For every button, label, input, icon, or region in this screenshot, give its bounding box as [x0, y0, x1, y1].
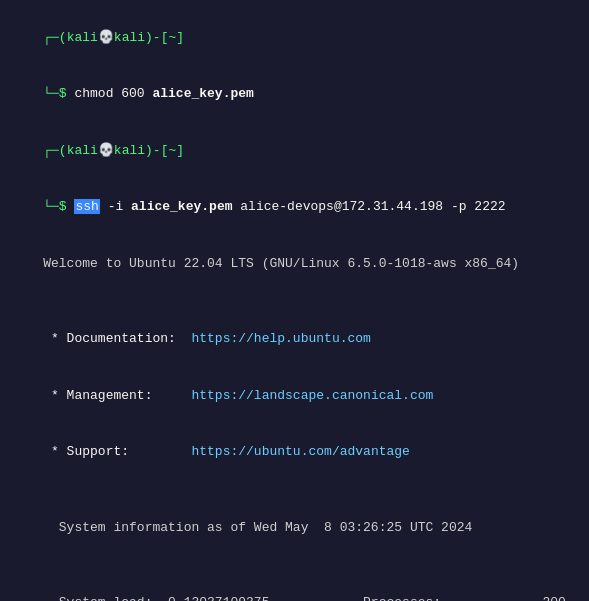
line-sysinfo-header: System information as of Wed May 8 03:26… [12, 500, 577, 557]
star-mgmt: * Management: [43, 388, 191, 403]
prompt-path: -[~] [153, 30, 184, 45]
prompt2-arrow: ┌─ [43, 143, 59, 158]
link-doc: https://help.ubuntu.com [191, 331, 370, 346]
line-doc: * Documentation: https://help.ubuntu.com [12, 312, 577, 369]
cmd-chmod: chmod 600 [74, 86, 152, 101]
prompt2-path: -[~] [153, 143, 184, 158]
link-mgmt: https://landscape.canonical.com [191, 388, 433, 403]
prompt2-dollar: └─$ [43, 199, 74, 214]
prompt-user: (kali💀kali) [59, 30, 153, 45]
prompt2-user: (kali💀kali) [59, 143, 153, 158]
cmd-ssh-keyfile: alice_key.pem [131, 199, 232, 214]
line-ssh-cmd: └─$ ssh -i alice_key.pem alice-devops@17… [12, 180, 577, 237]
cmd-ssh-highlighted: ssh [74, 199, 99, 214]
terminal-window: ┌─(kali💀kali)-[~] └─$ chmod 600 alice_ke… [0, 0, 589, 601]
line-welcome: Welcome to Ubuntu 22.04 LTS (GNU/Linux 6… [12, 236, 577, 293]
link-support: https://ubuntu.com/advantage [191, 444, 409, 459]
line-sysload: System load: 0.13037109375 Processes: 20… [12, 575, 577, 601]
star-support: * Support: [43, 444, 191, 459]
empty-3 [12, 556, 577, 575]
line-ssh-prompt: ┌─(kali💀kali)-[~] [12, 123, 577, 180]
prompt-dollar: └─$ [43, 86, 74, 101]
line-chmod-cmd: └─$ chmod 600 alice_key.pem [12, 67, 577, 124]
cmd-ssh-rest: -i [100, 199, 131, 214]
line-mgmt: * Management: https://landscape.canonica… [12, 368, 577, 425]
line-chmod: ┌─(kali💀kali)-[~] [12, 10, 577, 67]
prompt-arrow: ┌─ [43, 30, 59, 45]
cmd-chmod-file: alice_key.pem [152, 86, 253, 101]
sysinfo-header: System information as of Wed May 8 03:26… [43, 520, 472, 535]
empty-2 [12, 481, 577, 500]
welcome-text: Welcome to Ubuntu 22.04 LTS (GNU/Linux 6… [43, 256, 519, 271]
star-doc: * Documentation: [43, 331, 191, 346]
sysload-text: System load: 0.13037109375 Processes: 20… [43, 595, 566, 601]
cmd-ssh-host: alice-devops@172.31.44.198 -p 2222 [232, 199, 505, 214]
line-support: * Support: https://ubuntu.com/advantage [12, 425, 577, 482]
empty-1 [12, 293, 577, 312]
